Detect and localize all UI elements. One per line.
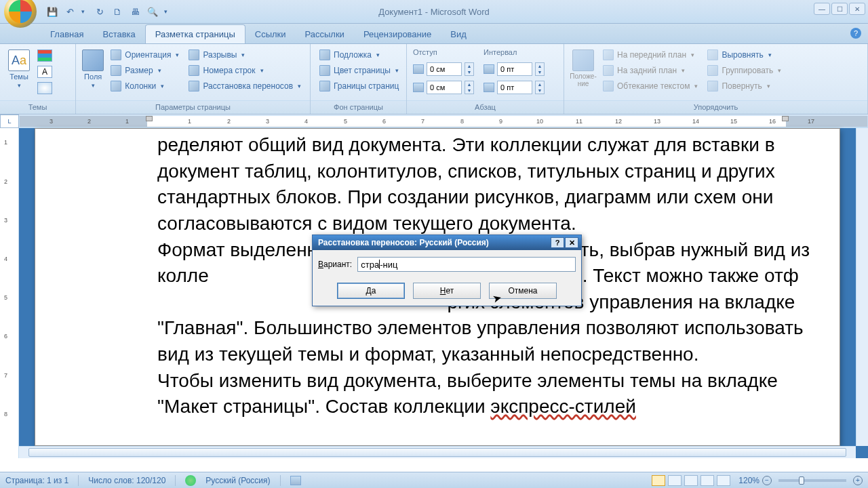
- status-words[interactable]: Число слов: 120/120: [88, 476, 165, 485]
- dialog-close-button[interactable]: ✕: [565, 237, 578, 248]
- group-icon: [707, 65, 718, 76]
- horizontal-ruler[interactable]: 3 2 1 1 2 3 4 5 6 7 8 9 10 11 12 13 14 1…: [19, 115, 868, 127]
- group-paragraph-label: Абзац: [407, 100, 564, 114]
- undo-icon[interactable]: ↶: [64, 5, 76, 18]
- orientation-button[interactable]: Ориентация▾: [108, 48, 182, 62]
- spinner-up-icon[interactable]: ▲: [536, 63, 544, 69]
- dialog-titlebar[interactable]: Расстановка переносов: Русский (Россия) …: [313, 235, 581, 250]
- spinner-down-icon[interactable]: ▼: [465, 69, 473, 75]
- minimize-button[interactable]: —: [814, 3, 830, 15]
- indent-right-spinner[interactable]: 0 см ▲▼: [413, 81, 474, 94]
- indent-left-value[interactable]: 0 см: [427, 62, 462, 76]
- tab-page-layout[interactable]: Разметка страницы: [145, 24, 245, 43]
- status-language[interactable]: Русский (Россия): [205, 476, 270, 485]
- hyphenation-button[interactable]: Расстановка переносов▾: [186, 79, 304, 93]
- tab-insert[interactable]: Вставка: [93, 25, 144, 43]
- theme-fonts-button[interactable]: A: [37, 66, 52, 78]
- spacing-after-value[interactable]: 0 пт: [497, 81, 532, 94]
- spinner-up-icon[interactable]: ▲: [536, 81, 544, 87]
- macro-icon[interactable]: [290, 476, 301, 485]
- watermark-button[interactable]: Подложка▾: [317, 48, 401, 62]
- proofing-icon[interactable]: [185, 475, 196, 486]
- spinner-down-icon[interactable]: ▼: [536, 69, 544, 75]
- align-icon: [707, 49, 718, 60]
- page-borders-icon: [319, 81, 330, 92]
- tab-review[interactable]: Рецензирование: [354, 25, 441, 43]
- window-controls: — ☐ ✕: [814, 3, 865, 15]
- indent-left-spinner[interactable]: 0 см ▲▼: [413, 62, 474, 76]
- position-label: Положе­ние: [570, 73, 597, 87]
- horizontal-scroll-thumb[interactable]: [28, 448, 846, 457]
- new-icon[interactable]: 🗋: [111, 5, 123, 18]
- spinner-down-icon[interactable]: ▼: [536, 87, 544, 94]
- tab-references[interactable]: Ссылки: [245, 25, 296, 43]
- group-page-setup-label: Параметры страницы: [76, 100, 310, 114]
- align-button[interactable]: Выровнять▾: [705, 48, 784, 62]
- indent-right-value[interactable]: 0 см: [427, 81, 462, 94]
- close-button[interactable]: ✕: [849, 3, 865, 15]
- spacing-after-spinner[interactable]: 0 пт ▲▼: [484, 81, 545, 94]
- undo-dropdown-icon[interactable]: ▾: [81, 8, 88, 15]
- print-preview-icon[interactable]: 🔍: [146, 5, 159, 18]
- size-button[interactable]: Размер▾: [108, 64, 182, 77]
- right-indent-marker[interactable]: [782, 116, 789, 121]
- redo-icon[interactable]: ↻: [94, 5, 106, 18]
- page-color-button[interactable]: Цвет страницы▾: [317, 64, 401, 77]
- spacing-before-spinner[interactable]: 0 пт ▲▼: [484, 62, 545, 76]
- app-title: Документ1 - Microsoft Word: [378, 7, 490, 17]
- margins-button[interactable]: Поля ▾: [80, 47, 106, 92]
- print-icon[interactable]: 🖶: [129, 5, 141, 18]
- zoom-thumb[interactable]: [799, 476, 804, 485]
- maximize-button[interactable]: ☐: [831, 3, 848, 15]
- line-numbers-icon: [189, 65, 199, 76]
- spacing-before-value[interactable]: 0 пт: [497, 62, 532, 76]
- web-layout-view-button[interactable]: [684, 475, 698, 486]
- tab-mailings[interactable]: Рассылки: [296, 25, 354, 43]
- page-borders-button[interactable]: Границы страниц: [317, 79, 401, 93]
- bring-front-icon: [603, 49, 614, 60]
- themes-button[interactable]: Aa Темы ▾: [4, 47, 34, 92]
- variant-label: ВВариант:ариант:: [318, 260, 352, 269]
- chevron-down-icon: ▾: [298, 83, 301, 89]
- columns-button[interactable]: Колонки▾: [108, 79, 182, 93]
- breaks-button[interactable]: Разрывы▾: [186, 48, 304, 62]
- no-button[interactable]: Нет: [413, 283, 481, 299]
- vertical-scrollbar[interactable]: [856, 128, 868, 446]
- print-layout-view-button[interactable]: [652, 475, 665, 486]
- qat-customize-icon[interactable]: ▾: [164, 8, 171, 15]
- tab-home[interactable]: Главная: [41, 25, 93, 43]
- group-themes: Aa Темы ▾ A Темы: [0, 44, 76, 114]
- outline-view-button[interactable]: [701, 475, 714, 486]
- spinner-down-icon[interactable]: ▼: [465, 87, 473, 94]
- help-icon[interactable]: ?: [850, 28, 861, 39]
- spacing-after-icon: [484, 83, 494, 92]
- theme-colors-button[interactable]: [37, 49, 52, 62]
- chevron-down-icon: ▾: [260, 67, 264, 74]
- indent-marker[interactable]: [146, 116, 153, 121]
- full-screen-view-button[interactable]: [668, 475, 682, 486]
- tab-selector[interactable]: L: [0, 115, 19, 128]
- horizontal-scrollbar[interactable]: [19, 446, 856, 458]
- zoom-level[interactable]: 120%: [738, 476, 760, 485]
- tab-view[interactable]: Вид: [441, 25, 476, 43]
- hyphenation-icon: [189, 81, 199, 92]
- status-page[interactable]: Страница: 1 из 1: [5, 476, 68, 485]
- chevron-down-icon: ▾: [92, 82, 95, 89]
- indent-left-icon: [413, 64, 424, 74]
- spinner-up-icon[interactable]: ▲: [465, 63, 473, 69]
- spinner-up-icon[interactable]: ▲: [465, 81, 473, 87]
- dialog-help-button[interactable]: ?: [551, 237, 564, 248]
- position-button: Положе­ние: [568, 47, 598, 90]
- zoom-slider[interactable]: [778, 479, 846, 482]
- variant-input[interactable]: стра-ниц: [357, 257, 576, 272]
- draft-view-button[interactable]: [717, 475, 730, 486]
- vertical-ruler[interactable]: 1 2 3 4 5 6 7 8: [0, 128, 19, 458]
- save-icon[interactable]: 💾: [46, 5, 58, 18]
- zoom-out-button[interactable]: −: [762, 476, 772, 485]
- spacing-header: Интервал: [484, 48, 545, 56]
- line-numbers-button[interactable]: Номера строк▾: [186, 64, 304, 77]
- theme-effects-button[interactable]: [37, 82, 52, 94]
- yes-button[interactable]: Да: [337, 283, 405, 299]
- title-bar: 💾 ↶ ▾ ↻ 🗋 🖶 🔍 ▾ Документ1 - Microsoft Wo…: [0, 0, 868, 24]
- zoom-in-button[interactable]: +: [853, 476, 863, 485]
